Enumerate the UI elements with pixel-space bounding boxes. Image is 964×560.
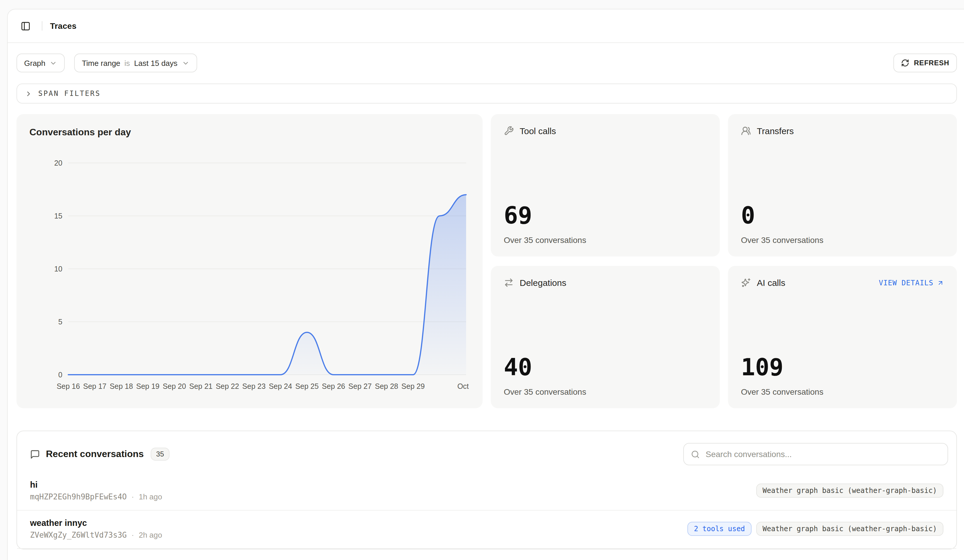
stat-cards-grid: Tool calls 69 Over 35 conversations Tran… xyxy=(491,114,957,408)
svg-text:Sep 16: Sep 16 xyxy=(57,382,80,390)
stat-card-label: Delegations xyxy=(519,278,566,288)
header-divider xyxy=(42,21,42,31)
conversation-title: hi xyxy=(30,480,162,489)
stat-card-value: 0 xyxy=(741,203,944,227)
conversation-time: 2h ago xyxy=(138,531,162,539)
time-range-operator: is xyxy=(124,58,130,67)
search-box xyxy=(683,443,948,465)
svg-text:20: 20 xyxy=(54,159,62,167)
time-range-value: Last 15 days xyxy=(134,58,177,67)
refresh-button[interactable]: REFRESH xyxy=(893,54,957,72)
svg-text:Sep 17: Sep 17 xyxy=(83,382,106,390)
meta-separator: · xyxy=(132,531,134,539)
svg-text:Sep 28: Sep 28 xyxy=(375,382,398,390)
svg-text:Sep 22: Sep 22 xyxy=(216,382,239,390)
conversation-meta: mqHZP2EGh9h9BpFEwEs4O · 1h ago xyxy=(30,492,162,501)
stat-card-header: Transfers xyxy=(741,126,944,136)
conversation-info: hi mqHZP2EGh9h9BpFEwEs4O · 1h ago xyxy=(30,480,162,501)
wrench-icon xyxy=(504,126,514,136)
stat-card-subtitle: Over 35 conversations xyxy=(504,235,707,245)
time-range-dropdown[interactable]: Time range is Last 15 days xyxy=(74,54,197,72)
stat-card-subtitle: Over 35 conversations xyxy=(741,235,944,245)
conversations-chart: 05101520 Sep 16Sep 17Sep 18Sep 19Sep 20S… xyxy=(29,142,470,395)
conversation-id: ZVeWXgZy_Z6WltVd73s3G xyxy=(30,531,127,539)
agent-tag: Weather graph basic (weather-graph-basic… xyxy=(756,484,943,498)
recent-conversations-card: Recent conversations 35 hi mqHZP2EGh9h9B… xyxy=(16,430,957,549)
svg-text:Sep 29: Sep 29 xyxy=(401,382,425,390)
stat-card-header: AI calls VIEW DETAILS xyxy=(741,278,944,288)
meta-separator: · xyxy=(132,492,134,501)
sidebar-toggle-button[interactable] xyxy=(16,17,34,35)
conversation-id: mqHZP2EGh9h9BpFEwEs4O xyxy=(30,492,127,501)
svg-text:Sep 26: Sep 26 xyxy=(322,382,345,390)
svg-text:Sep 23: Sep 23 xyxy=(242,382,265,390)
arrow-up-right-icon xyxy=(937,279,944,286)
dashboard-grid: Conversations per day 05101520 Sep 16Sep… xyxy=(16,114,957,408)
svg-text:Sep 27: Sep 27 xyxy=(348,382,372,390)
chevron-down-icon xyxy=(182,59,189,67)
search-icon xyxy=(691,450,700,459)
refresh-icon xyxy=(901,59,909,67)
conversation-info: weather innyc ZVeWXgZy_Z6WltVd73s3G · 2h… xyxy=(30,518,162,539)
svg-text:Sep 21: Sep 21 xyxy=(189,382,212,390)
content-card: Traces Graph Time range is Last 15 days xyxy=(7,9,964,560)
svg-text:Sep 24: Sep 24 xyxy=(269,382,292,390)
stat-card-value: 40 xyxy=(504,355,707,379)
search-input[interactable] xyxy=(705,449,940,459)
conversation-tags: Weather graph basic (weather-graph-basic… xyxy=(756,484,943,498)
conversation-row[interactable]: weather innyc ZVeWXgZy_Z6WltVd73s3G · 2h… xyxy=(17,511,956,549)
view-details-link[interactable]: VIEW DETAILS xyxy=(879,279,944,287)
svg-text:Sep 18: Sep 18 xyxy=(110,382,133,390)
stat-card-subtitle: Over 35 conversations xyxy=(504,387,707,396)
span-filters-label: SPAN FILTERS xyxy=(38,89,101,97)
time-range-label: Time range xyxy=(82,58,120,67)
page-body: Graph Time range is Last 15 days xyxy=(8,54,964,549)
chart-title: Conversations per day xyxy=(29,127,470,138)
stat-card-value: 109 xyxy=(741,355,944,379)
refresh-button-label: REFRESH xyxy=(914,59,949,67)
app-header: Traces xyxy=(8,10,964,43)
page-title: Traces xyxy=(50,21,77,31)
svg-text:5: 5 xyxy=(58,318,62,326)
stat-card-value: 69 xyxy=(504,203,707,227)
svg-text:Sep 19: Sep 19 xyxy=(136,382,160,390)
stat-card-label: Tool calls xyxy=(519,126,556,136)
stat-card-tool-calls: Tool calls 69 Over 35 conversations xyxy=(491,114,720,256)
span-filters-toggle[interactable]: SPAN FILTERS xyxy=(16,84,957,104)
panel-left-icon xyxy=(20,21,30,31)
svg-text:0: 0 xyxy=(58,370,62,379)
filter-row: Graph Time range is Last 15 days xyxy=(16,54,957,72)
stat-card-header: Delegations xyxy=(504,278,707,288)
agent-tag: Weather graph basic (weather-graph-basic… xyxy=(756,522,943,536)
arrows-swap-icon xyxy=(504,278,514,288)
stat-card-header: Tool calls xyxy=(504,126,707,136)
users-icon xyxy=(741,126,751,136)
conversation-meta: ZVeWXgZy_Z6WltVd73s3G · 2h ago xyxy=(30,531,162,539)
conversation-time: 1h ago xyxy=(138,492,162,501)
chevron-right-icon xyxy=(25,90,33,97)
graph-dropdown-label: Graph xyxy=(24,58,45,67)
tools-used-tag: 2 tools used xyxy=(687,522,751,536)
recent-conversations-title: Recent conversations xyxy=(46,449,144,459)
view-details-label: VIEW DETAILS xyxy=(879,279,933,287)
recent-conversations-header: Recent conversations 35 xyxy=(17,431,956,472)
svg-text:10: 10 xyxy=(54,265,62,273)
svg-text:Oct 1: Oct 1 xyxy=(457,382,470,390)
stat-card-label: AI calls xyxy=(757,278,785,288)
conversation-title: weather innyc xyxy=(30,518,162,528)
svg-text:15: 15 xyxy=(54,212,62,220)
conversation-row[interactable]: hi mqHZP2EGh9h9BpFEwEs4O · 1h ago Weathe… xyxy=(17,472,956,511)
traces-page: Traces Graph Time range is Last 15 days xyxy=(0,0,964,560)
stat-card-subtitle: Over 35 conversations xyxy=(741,387,944,396)
chevron-down-icon xyxy=(49,59,57,67)
stat-card-ai-calls: AI calls VIEW DETAILS 109 Over 35 conver… xyxy=(728,266,957,408)
stat-card-label: Transfers xyxy=(757,126,794,136)
svg-text:Sep 20: Sep 20 xyxy=(163,382,186,390)
graph-dropdown[interactable]: Graph xyxy=(16,54,65,72)
svg-text:Sep 25: Sep 25 xyxy=(295,382,319,390)
conversations-chart-card: Conversations per day 05101520 Sep 16Sep… xyxy=(16,114,483,408)
sparkles-icon xyxy=(741,278,751,288)
conversation-tags: 2 tools used Weather graph basic (weathe… xyxy=(687,522,943,536)
conversation-count-badge: 35 xyxy=(151,448,169,461)
stat-card-transfers: Transfers 0 Over 35 conversations xyxy=(728,114,957,256)
